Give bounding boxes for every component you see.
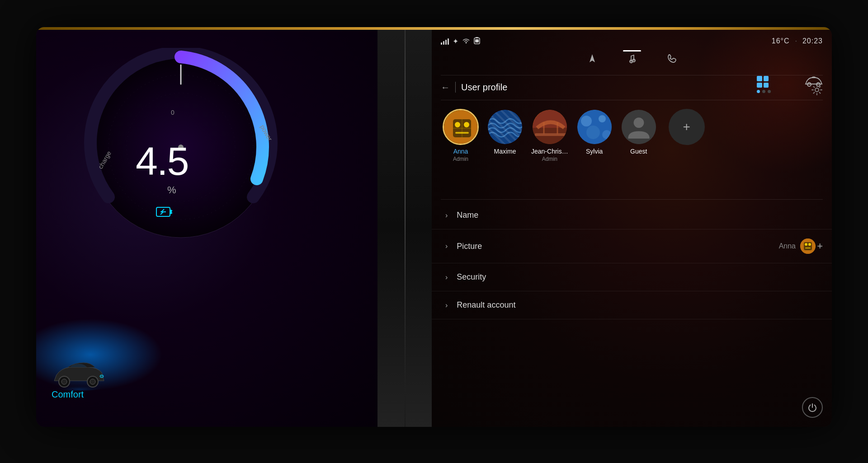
profile-item-sylvia[interactable]: Sylvia: [576, 109, 613, 156]
svg-point-46: [808, 243, 811, 246]
profile-item-guest[interactable]: Guest: [621, 109, 657, 156]
add-profile-button[interactable]: +: [669, 109, 705, 145]
menu-top-separator: [441, 199, 823, 200]
status-right: 16°C · 20:23: [772, 37, 823, 45]
settings-gear-icon[interactable]: [811, 84, 823, 98]
wifi-icon: [462, 37, 470, 45]
svg-point-39: [586, 126, 600, 139]
left-panel: 0 charge power 4.5 %: [36, 30, 380, 427]
svg-point-20: [807, 83, 811, 86]
svg-rect-32: [533, 128, 568, 145]
jean-avatar-image: [533, 110, 568, 145]
svg-point-22: [815, 88, 819, 92]
sylvia-avatar-image: [577, 110, 613, 145]
time-label: 20:23: [802, 37, 823, 45]
nav-icons-row: [432, 52, 832, 66]
gauge-unit: %: [167, 184, 176, 196]
nav-active-underline: [623, 50, 641, 51]
profile-name-anna: Anna: [453, 148, 468, 155]
svg-point-45: [805, 243, 807, 246]
power-icon: [807, 402, 817, 412]
nav-icon-navigation[interactable]: [586, 52, 599, 66]
maxime-avatar-image: [488, 110, 522, 144]
profile-avatar-anna: [443, 109, 479, 145]
chevron-renault-icon: ›: [445, 301, 448, 309]
phone-handset-icon: [665, 52, 678, 65]
chevron-picture-icon: ›: [445, 242, 448, 250]
gold-stripe: [36, 27, 832, 30]
svg-point-38: [599, 115, 606, 122]
music-note-icon: [626, 52, 638, 65]
menu-section: › Name › Picture Anna +: [432, 201, 832, 319]
menu-label-name: Name: [457, 210, 818, 220]
svg-point-10: [61, 379, 67, 384]
profiles-row: Anna Admin: [436, 104, 827, 167]
apps-grid-icon-container[interactable]: [757, 76, 771, 93]
chevron-security-icon: ›: [445, 273, 448, 281]
svg-marker-17: [590, 54, 595, 62]
nav-separator: [441, 75, 823, 75]
right-panel: ✦: [432, 30, 832, 427]
status-icons: ✦: [441, 37, 480, 46]
profile-name-guest: Guest: [630, 148, 647, 155]
profile-item-maxime[interactable]: Maxime: [487, 109, 523, 156]
menu-item-renault-account[interactable]: › Renault account: [432, 291, 832, 319]
menu-label-picture: Picture: [457, 242, 778, 251]
svg-rect-44: [804, 242, 812, 250]
menu-avatar-anna-mini: [800, 239, 816, 254]
page-header: ← User profile: [441, 82, 507, 93]
profile-item-anna[interactable]: Anna Admin: [443, 109, 479, 162]
nav-icon-phone[interactable]: [665, 52, 678, 66]
svg-point-12: [90, 379, 95, 384]
gauge-value: 4.5: [136, 138, 188, 184]
center-divider: [377, 30, 432, 427]
svg-point-25: [455, 122, 460, 127]
power-button[interactable]: [802, 397, 823, 418]
menu-item-picture[interactable]: › Picture Anna +: [432, 229, 832, 263]
svg-point-30: [488, 110, 522, 144]
menu-item-name[interactable]: › Name: [432, 201, 832, 229]
svg-point-13: [100, 375, 104, 378]
menu-label-renault-account: Renault account: [457, 300, 818, 310]
svg-rect-16: [475, 39, 479, 42]
profile-section-separator: [441, 100, 823, 100]
header-divider: [455, 82, 456, 93]
car-display: 0 charge power 4.5 %: [36, 27, 832, 427]
svg-point-40: [602, 130, 611, 139]
signal-bars-icon: [441, 37, 449, 45]
page-title: User profile: [461, 82, 507, 93]
back-button[interactable]: ←: [441, 82, 450, 93]
profile-name-sylvia: Sylvia: [586, 148, 603, 155]
profile-name-maxime: Maxime: [494, 148, 516, 155]
profile-avatar-guest: [621, 109, 657, 145]
guest-avatar-image: [622, 110, 656, 145]
svg-rect-15: [476, 37, 478, 38]
charge-icon: [156, 206, 174, 221]
chevron-name-icon: ›: [445, 211, 448, 220]
svg-rect-47: [805, 248, 811, 248]
svg-point-37: [581, 116, 592, 126]
profile-item-jean[interactable]: Jean-Chris… Admin: [531, 109, 568, 162]
profile-name-jean: Jean-Chris…: [531, 148, 568, 155]
phone-battery-icon: [474, 37, 480, 46]
anna-mini-avatar: [800, 239, 816, 254]
menu-label-security: Security: [457, 272, 818, 282]
menu-item-security[interactable]: › Security: [432, 263, 832, 291]
bluetooth-icon: ✦: [453, 37, 458, 46]
comfort-label[interactable]: Comfort: [52, 389, 84, 400]
menu-picture-plus[interactable]: +: [817, 240, 823, 252]
svg-rect-35: [535, 133, 566, 136]
nav-icon-media[interactable]: [626, 52, 638, 66]
status-bar: ✦: [441, 34, 823, 48]
add-profile-item[interactable]: +: [669, 109, 705, 145]
anna-avatar-image: [444, 110, 479, 145]
svg-point-26: [464, 122, 469, 127]
navigation-arrow-icon: [586, 52, 599, 65]
dots-indicator: [757, 90, 771, 93]
gauge-zero-label: 0: [171, 109, 175, 116]
profile-avatar-jean: [532, 109, 568, 145]
profile-role-jean: Admin: [542, 156, 557, 162]
status-separator: ·: [795, 37, 797, 45]
car-silhouette: [50, 359, 108, 391]
temperature-label: 16°C: [772, 37, 790, 45]
